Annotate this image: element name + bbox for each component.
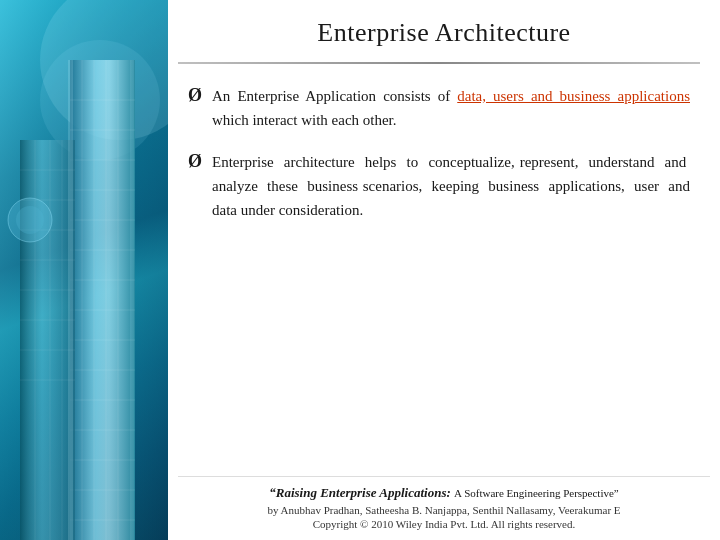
building-illustration: [0, 0, 168, 540]
svg-point-36: [16, 206, 44, 234]
bullet-text-2: Enterprise architecture helps to concept…: [212, 150, 690, 222]
svg-rect-38: [130, 60, 134, 540]
svg-rect-37: [68, 60, 73, 540]
bullet-arrow-2: Ø: [188, 151, 202, 172]
bullet-text-1: An Enterprise Application consists of da…: [212, 84, 690, 132]
highlight-data-users: data, users and business applications: [457, 88, 690, 104]
content-area: Ø An Enterprise Application consists of …: [168, 64, 720, 476]
bullet-item-2: Ø Enterprise architecture helps to conce…: [188, 150, 690, 222]
footer-authors: by Anubhav Pradhan, Satheesha B. Nanjapp…: [198, 504, 690, 516]
footer-book-title: “Raising Enterprise Applications: A Soft…: [198, 485, 690, 501]
svg-rect-3: [70, 60, 135, 540]
right-panel: Enterprise Architecture Ø An Enterprise …: [168, 0, 720, 540]
slide-title: Enterprise Architecture: [188, 18, 700, 48]
book-title-italic: “Raising Enterprise Applications:: [269, 485, 451, 500]
slide-container: Enterprise Architecture Ø An Enterprise …: [0, 0, 720, 540]
bullet-arrow-1: Ø: [188, 85, 202, 106]
title-area: Enterprise Architecture: [168, 0, 720, 62]
book-subtitle: A Software Engineering Perspective”: [454, 487, 619, 499]
footer-copyright: Copyright © 2010 Wiley India Pvt. Ltd. A…: [198, 518, 690, 530]
left-panel: [0, 0, 168, 540]
bullet-item-1: Ø An Enterprise Application consists of …: [188, 84, 690, 132]
footer-area: “Raising Enterprise Applications: A Soft…: [178, 476, 710, 540]
